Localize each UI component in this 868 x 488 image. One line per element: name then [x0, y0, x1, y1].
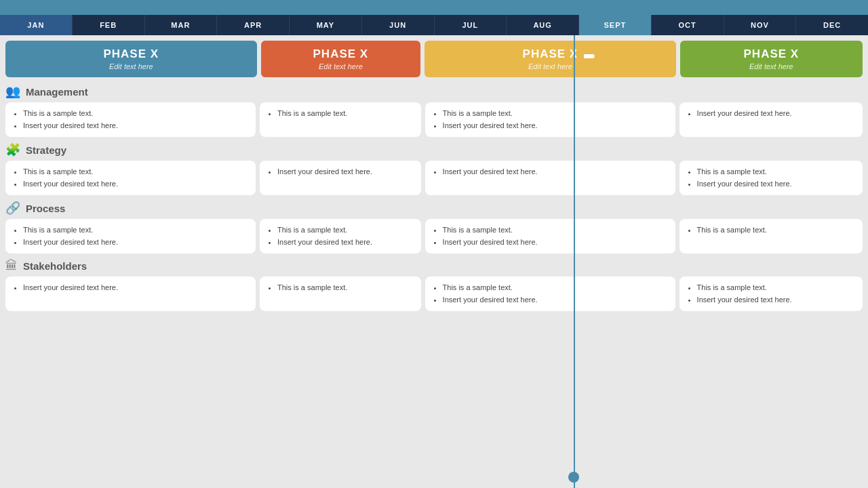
section-title-2: Process	[26, 203, 65, 214]
card-bullet: Insert your desired text here.	[23, 178, 248, 190]
section-header-3: 🏛Stakeholders	[0, 256, 868, 274]
section-title-3: Stakeholders	[23, 260, 87, 272]
card-2-0: This is a sample text.Insert your desire…	[5, 219, 256, 253]
month-feb: FEB	[73, 15, 145, 35]
section-icon-3: 🏛	[5, 259, 18, 273]
today-label	[584, 54, 595, 58]
card-bullet: This is a sample text.	[443, 108, 667, 119]
month-nov: NOV	[724, 15, 797, 35]
card-bullet: This is a sample text.	[277, 224, 413, 236]
card-1-1: Insert your desired text here.	[260, 161, 421, 195]
cards-row-2: This is a sample text.Insert your desire…	[0, 217, 868, 256]
card-0-3: Insert your desired text here.	[679, 102, 863, 137]
month-may: MAY	[290, 15, 362, 35]
section-title-0: Management	[26, 86, 88, 98]
card-bullet: This is a sample text.	[23, 166, 248, 178]
main-content: PHASE XEdit text herePHASE XEdit text he…	[0, 35, 868, 488]
phase-title-3: PHASE X	[744, 47, 800, 61]
card-bullet: Insert your desired text here.	[277, 237, 413, 248]
card-2-2: This is a sample text.Insert your desire…	[425, 219, 675, 253]
sections-container: 👥ManagementThis is a sample text.Insert …	[0, 81, 868, 314]
card-bullet: This is a sample text.	[697, 166, 854, 178]
month-jul: JUL	[435, 15, 507, 35]
phase-box-3: PHASE XEdit text here	[680, 41, 863, 77]
month-oct: OCT	[652, 15, 724, 35]
phase-row: PHASE XEdit text herePHASE XEdit text he…	[0, 35, 868, 81]
month-jun: JUN	[362, 15, 435, 35]
card-bullet: Insert your desired text here.	[277, 166, 413, 178]
today-dot	[568, 472, 579, 483]
card-3-0: Insert your desired text here.	[5, 277, 256, 311]
card-bullet: Insert your desired text here.	[443, 237, 667, 248]
card-bullet: This is a sample text.	[697, 282, 854, 293]
today-line	[574, 35, 575, 488]
month-dec: DEC	[796, 15, 868, 35]
phase-title-0: PHASE X	[103, 47, 159, 61]
card-bullet: Insert your desired text here.	[23, 237, 248, 248]
card-bullet: This is a sample text.	[277, 282, 413, 293]
phase-box-1: PHASE XEdit text here	[261, 41, 421, 77]
month-jan: JAN	[0, 15, 73, 35]
section-icon-0: 👥	[5, 84, 20, 99]
phase-sub-3: Edit text here	[749, 62, 793, 70]
timeline-bar: JANFEBMARAPRMAYJUNJULAUGSEPTOCTNOVDEC	[0, 15, 868, 35]
phase-title-2: PHASE X	[523, 47, 578, 61]
card-0-0: This is a sample text.Insert your desire…	[5, 102, 256, 137]
card-bullet: Insert your desired text here.	[697, 108, 854, 119]
section-icon-2: 🔗	[5, 201, 20, 216]
phase-box-0: PHASE XEdit text here	[5, 41, 257, 77]
card-bullet: This is a sample text.	[23, 108, 248, 119]
card-1-0: This is a sample text.Insert your desire…	[5, 161, 256, 195]
card-bullet: This is a sample text.	[277, 108, 413, 119]
month-mar: MAR	[145, 15, 218, 35]
phase-sub-0: Edit text here	[109, 62, 153, 70]
month-sept: SEPT	[579, 15, 652, 35]
card-bullet: Insert your desired text here.	[23, 282, 248, 293]
phase-sub-2: Edit text here	[528, 62, 572, 70]
card-bullet: This is a sample text.	[23, 224, 248, 236]
card-bullet: Insert your desired text here.	[23, 120, 248, 131]
section-title-1: Strategy	[26, 144, 66, 156]
card-3-2: This is a sample text.Insert your desire…	[425, 277, 675, 311]
card-bullet: Insert your desired text here.	[697, 178, 854, 190]
card-1-3: This is a sample text.Insert your desire…	[679, 161, 863, 195]
phase-box-2: PHASE XEdit text here	[425, 41, 676, 77]
card-bullet: Insert your desired text here.	[443, 294, 667, 306]
card-bullet: This is a sample text.	[443, 224, 667, 236]
section-header-2: 🔗Process	[0, 198, 868, 217]
month-apr: APR	[217, 15, 290, 35]
card-3-3: This is a sample text.Insert your desire…	[679, 277, 863, 311]
card-2-3: This is a sample text.	[679, 219, 863, 253]
page-title	[0, 0, 868, 15]
cards-row-3: Insert your desired text here.This is a …	[0, 274, 868, 314]
card-0-2: This is a sample text.Insert your desire…	[425, 102, 675, 137]
section-header-1: 🧩Strategy	[0, 140, 868, 159]
month-aug: AUG	[507, 15, 579, 35]
card-2-1: This is a sample text.Insert your desire…	[260, 219, 421, 253]
section-icon-1: 🧩	[5, 142, 20, 157]
section-header-0: 👥Management	[0, 81, 868, 100]
card-bullet: Insert your desired text here.	[697, 294, 854, 306]
cards-row-0: This is a sample text.Insert your desire…	[0, 100, 868, 140]
card-0-1: This is a sample text.	[260, 102, 421, 137]
card-3-1: This is a sample text.	[260, 277, 421, 311]
card-bullet: Insert your desired text here.	[443, 120, 667, 131]
card-1-2: Insert your desired text here.	[425, 161, 675, 195]
phase-title-1: PHASE X	[313, 47, 369, 61]
phase-sub-1: Edit text here	[319, 62, 363, 70]
cards-row-1: This is a sample text.Insert your desire…	[0, 159, 868, 198]
card-bullet: This is a sample text.	[697, 224, 854, 236]
card-bullet: Insert your desired text here.	[443, 166, 667, 178]
card-bullet: This is a sample text.	[443, 282, 667, 293]
